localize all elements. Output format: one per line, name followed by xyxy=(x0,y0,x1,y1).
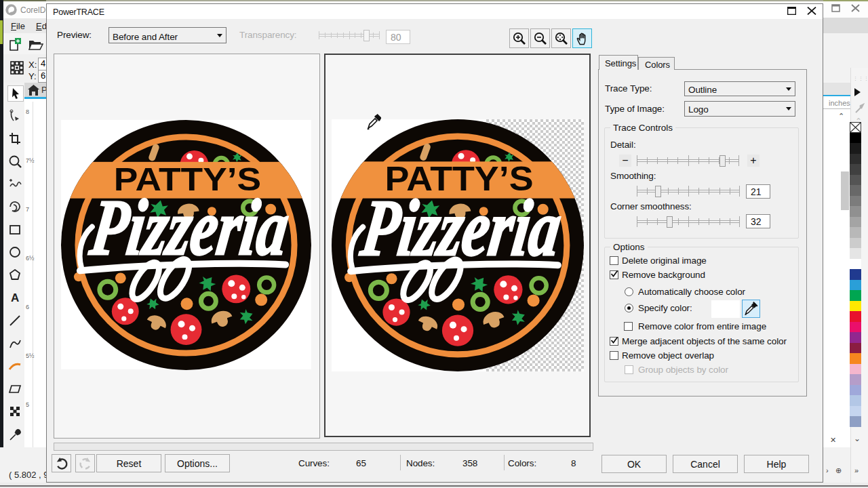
svg-text:A: A xyxy=(11,291,19,304)
